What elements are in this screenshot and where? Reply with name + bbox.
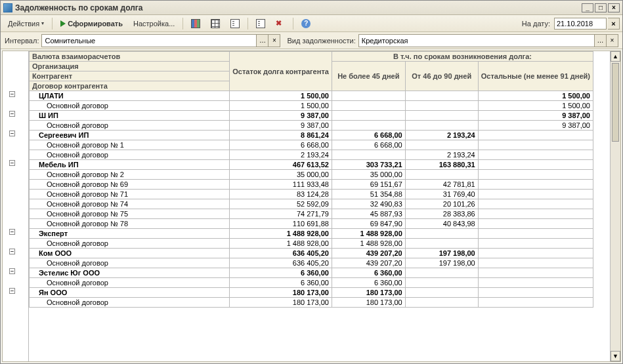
collapse-toggle-icon[interactable]: −: [9, 160, 15, 166]
header-term3: Остальные (не менее 91 дней): [478, 62, 593, 91]
cell-value: 303 733,21: [332, 160, 405, 170]
collapse-toggle-icon[interactable]: −: [9, 249, 15, 254]
form-button[interactable]: Сформировать: [56, 17, 127, 30]
cell-value: 1 500,00: [230, 101, 332, 111]
cell-value: [332, 121, 405, 131]
cell-value: 439 207,20: [332, 249, 405, 258]
outline-node[interactable]: −: [3, 129, 28, 138]
detail-row[interactable]: Основной договор636 405,20439 207,20197 …: [30, 258, 593, 268]
detail-row[interactable]: Основной договор1 500,001 500,00: [30, 101, 593, 111]
grid-icon: [211, 19, 220, 28]
outline-node[interactable]: −: [3, 109, 28, 119]
report-grid[interactable]: Валюта взаиморасчетов Остаток долга конт…: [29, 51, 620, 361]
vertical-scrollbar[interactable]: ▲ ▼: [610, 51, 620, 361]
cell-value: 40 843,98: [405, 219, 478, 229]
outline-column: −−−−−−−−: [3, 51, 29, 361]
collapse-icon: ✖: [276, 19, 285, 28]
detail-row[interactable]: Основной договор № 7452 592,0932 490,832…: [30, 199, 593, 209]
cell-value: [478, 199, 593, 209]
scroll-up-icon[interactable]: ▲: [611, 51, 620, 62]
outline-node[interactable]: −: [3, 227, 28, 237]
tool-collapse-button[interactable]: ✖: [271, 17, 290, 30]
group-row[interactable]: Мебель ИП467 613,52303 733,21163 880,31: [30, 160, 593, 170]
cell-value: [405, 268, 478, 278]
cell-value: [405, 298, 478, 308]
cell-value: 636 405,20: [230, 258, 332, 268]
settings-button[interactable]: Настройка...: [129, 17, 179, 30]
app-icon: [3, 3, 12, 12]
collapse-toggle-icon[interactable]: −: [9, 91, 15, 97]
outline-node: [3, 119, 28, 129]
outline-node: [3, 99, 28, 109]
detail-row[interactable]: Основной договор № 16 668,006 668,00: [30, 140, 593, 150]
interval-input[interactable]: [41, 34, 257, 47]
expand-icon: [256, 19, 265, 28]
group-row[interactable]: Ш ИП9 387,009 387,00: [30, 111, 593, 121]
detail-row[interactable]: Основной договор6 360,006 360,00: [30, 278, 593, 288]
outline-node[interactable]: −: [3, 266, 28, 276]
outline-node[interactable]: −: [3, 158, 28, 168]
outline-node[interactable]: −: [3, 286, 28, 296]
interval-clear-button[interactable]: ×: [269, 34, 280, 47]
outline-node: [3, 168, 28, 178]
detail-row[interactable]: Основной договор1 488 928,001 488 928,00: [30, 239, 593, 249]
close-button[interactable]: ×: [608, 3, 620, 12]
help-icon: ?: [301, 19, 311, 28]
cell-value: 9 387,00: [478, 121, 593, 131]
cell-value: 180 173,00: [230, 288, 332, 298]
actions-menu[interactable]: Действия ▾: [3, 17, 49, 30]
collapse-toggle-icon[interactable]: −: [9, 229, 15, 235]
cell-value: 32 490,83: [332, 199, 405, 209]
cell-value: [405, 111, 478, 121]
debt-type-input[interactable]: [358, 34, 595, 47]
app-window: Задолженность по срокам долга _ □ × Дейс…: [0, 0, 623, 364]
group-row[interactable]: Сергеевич ИП8 861,246 668,002 193,24: [30, 131, 593, 140]
separator: [183, 18, 183, 30]
tool-tree-button[interactable]: [226, 17, 244, 30]
group-row[interactable]: Эстелис Юг ООО6 360,006 360,00: [30, 268, 593, 278]
date-clear-button[interactable]: ×: [608, 18, 620, 30]
detail-row[interactable]: Основной договор2 193,242 193,24: [30, 150, 593, 160]
cell-value: [332, 111, 405, 121]
filter-bar: Интервал: … × Вид задолженности: … ×: [1, 32, 622, 49]
outline-node[interactable]: −: [3, 247, 28, 256]
date-input[interactable]: [554, 18, 607, 30]
cell-value: [478, 209, 593, 219]
cell-value: 636 405,20: [230, 249, 332, 258]
outline-node[interactable]: −: [3, 89, 28, 99]
detail-row[interactable]: Основной договор № 7183 124,2851 354,883…: [30, 190, 593, 199]
detail-row[interactable]: Основной договор № 7574 271,7945 887,932…: [30, 209, 593, 219]
tool-grid-button[interactable]: [206, 17, 225, 30]
detail-row[interactable]: Основной договор № 69111 933,4869 151,67…: [30, 180, 593, 190]
header-currency: Валюта взаиморасчетов: [30, 52, 230, 62]
debt-type-clear-button[interactable]: ×: [607, 34, 618, 47]
detail-row[interactable]: Основной договор № 235 000,0035 000,00: [30, 170, 593, 180]
collapse-toggle-icon[interactable]: −: [9, 288, 15, 294]
group-row[interactable]: Ком ООО636 405,20439 207,20197 198,00: [30, 249, 593, 258]
group-row[interactable]: Ян ООО180 173,00180 173,00: [30, 288, 593, 298]
maximize-button[interactable]: □: [595, 3, 607, 12]
detail-row[interactable]: Основной договор180 173,00180 173,00: [30, 298, 593, 308]
cell-value: [405, 278, 478, 288]
collapse-toggle-icon[interactable]: −: [9, 268, 15, 274]
group-row[interactable]: ЦЛАТИ1 500,001 500,00: [30, 91, 593, 101]
detail-row[interactable]: Основной договор № 78110 691,8869 847,90…: [30, 219, 593, 229]
cell-value: 163 880,31: [405, 160, 478, 170]
cell-value: [478, 150, 593, 160]
cell-value: [405, 140, 478, 150]
collapse-toggle-icon[interactable]: −: [9, 131, 15, 136]
help-button[interactable]: ?: [297, 17, 315, 30]
group-row[interactable]: Эксперт1 488 928,001 488 928,00: [30, 229, 593, 239]
interval-select-button[interactable]: …: [257, 34, 269, 47]
tool-expand-button[interactable]: [251, 17, 270, 30]
cell-value: 111 933,48: [230, 180, 332, 190]
collapse-toggle-icon[interactable]: −: [9, 111, 15, 117]
scroll-down-icon[interactable]: ▼: [611, 351, 620, 361]
debt-type-select-button[interactable]: …: [595, 34, 607, 47]
scroll-thumb[interactable]: [612, 63, 619, 142]
tool-chart-button[interactable]: [186, 17, 205, 30]
cell-value: 1 500,00: [478, 101, 593, 111]
separator: [52, 18, 53, 30]
detail-row[interactable]: Основной договор9 387,009 387,00: [30, 121, 593, 131]
minimize-button[interactable]: _: [582, 3, 593, 12]
